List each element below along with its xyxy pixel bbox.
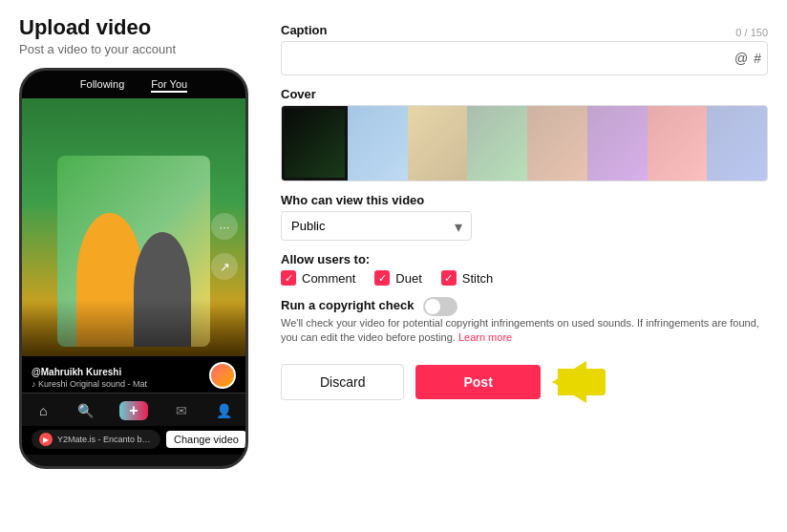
- comment-checkbox[interactable]: ✓: [281, 270, 296, 286]
- duet-checkbox-item[interactable]: ✓ Duet: [374, 270, 421, 286]
- phone-user-info: @Mahruikh Kureshi ♪ Kureshi Original sou…: [32, 362, 236, 389]
- cover-label: Cover: [281, 87, 768, 101]
- caption-header-row: Caption 0 / 150: [281, 23, 768, 41]
- phone-sound: ♪ Kureshi Original sound - Mat: [32, 379, 147, 389]
- stitch-checkbox[interactable]: ✓: [441, 270, 457, 286]
- phone-tab-following: Following: [80, 78, 124, 93]
- nav-profile: 👤: [216, 402, 233, 419]
- copyright-row: Run a copyright check: [281, 297, 768, 316]
- arrow-indicator: [552, 361, 586, 403]
- more-options-icon: ···: [211, 213, 238, 240]
- viewer-select[interactable]: Public Friends Private: [281, 211, 472, 241]
- add-icon: +: [119, 401, 148, 420]
- nav-home: ⌂: [34, 402, 52, 419]
- phone-username: @Mahruikh Kureshi: [32, 367, 147, 377]
- phone-user-details: @Mahruikh Kureshi ♪ Kureshi Original sou…: [32, 367, 147, 389]
- inbox-icon: ✉: [173, 402, 190, 419]
- comment-checkbox-item[interactable]: ✓ Comment: [281, 270, 355, 286]
- cover-thumb-1: [285, 109, 345, 178]
- nav-add: +: [119, 401, 148, 420]
- cover-frame-6[interactable]: [587, 106, 648, 181]
- left-panel: Upload video Post a video to your accoun…: [19, 15, 258, 517]
- page-title: Upload video: [19, 15, 258, 40]
- caption-input[interactable]: [287, 42, 734, 74]
- stitch-checkbox-item[interactable]: ✓ Stitch: [441, 270, 494, 286]
- phone-nav-bar: ⌂ 🔍 + ✉ 👤: [22, 393, 245, 426]
- phone-tab-bar: Following For You: [22, 71, 245, 98]
- copyright-note: We'll check your video for potential cop…: [281, 316, 768, 346]
- video-overlay: [22, 299, 245, 356]
- at-icon[interactable]: @: [734, 51, 748, 66]
- caption-input-wrapper: @ #: [281, 41, 768, 75]
- cover-strip[interactable]: [281, 105, 768, 181]
- cover-frame-3[interactable]: [408, 106, 468, 181]
- phone-tab-for-you: For You: [151, 78, 187, 93]
- source-icon: ▶: [39, 433, 53, 446]
- allow-label: Allow users to:: [281, 252, 768, 266]
- phone-right-icons: ··· ↗: [211, 213, 238, 280]
- caption-label: Caption: [281, 23, 327, 37]
- source-label: Y2Mate.is - Encanto bu...: [57, 435, 153, 444]
- caption-icons: @ #: [734, 51, 761, 66]
- post-button[interactable]: Post: [415, 365, 540, 399]
- nav-discover: 🔍: [77, 402, 95, 419]
- phone-video-area: ··· ↗: [22, 98, 245, 356]
- discover-icon: 🔍: [77, 402, 95, 419]
- caption-section: Caption 0 / 150 @ #: [281, 23, 768, 75]
- change-video-button[interactable]: Change video: [166, 431, 246, 448]
- phone-bottom-info: @Mahruikh Kureshi ♪ Kureshi Original sou…: [22, 356, 245, 393]
- learn-more-link[interactable]: Learn more: [458, 331, 512, 343]
- viewer-section: Who can view this video Public Friends P…: [281, 193, 768, 241]
- right-panel: Caption 0 / 150 @ # Cover: [281, 15, 768, 517]
- cover-frame-1[interactable]: [282, 106, 348, 181]
- cover-frame-4[interactable]: [467, 106, 527, 181]
- phone-bottom-bar: ▶ Y2Mate.is - Encanto bu... Change video: [22, 426, 245, 455]
- comment-label: Comment: [302, 271, 355, 286]
- share-icon: ↗: [211, 253, 238, 280]
- phone-preview: Following For You ··· ↗ @Mahru: [19, 68, 248, 469]
- phone-avatar: [209, 362, 236, 389]
- profile-icon: 👤: [216, 402, 233, 419]
- hash-icon[interactable]: #: [754, 51, 761, 66]
- viewer-label: Who can view this video: [281, 193, 768, 207]
- copyright-section: Run a copyright check We'll check your v…: [281, 297, 768, 346]
- cover-frame-2[interactable]: [348, 106, 408, 181]
- stitch-label: Stitch: [462, 271, 494, 286]
- caption-counter: 0 / 150: [735, 27, 768, 38]
- page-subtitle: Post a video to your account: [19, 42, 258, 56]
- cover-frame-5[interactable]: [527, 106, 587, 181]
- allow-section: Allow users to: ✓ Comment ✓ Duet ✓ Stitc…: [281, 252, 768, 286]
- toggle-knob: [425, 299, 440, 314]
- action-buttons: Discard Post: [281, 361, 768, 403]
- home-icon: ⌂: [34, 402, 52, 419]
- viewer-select-wrapper: Public Friends Private ▾: [281, 211, 472, 241]
- source-badge: ▶ Y2Mate.is - Encanto bu...: [32, 430, 160, 449]
- nav-inbox: ✉: [173, 402, 190, 419]
- allow-row: ✓ Comment ✓ Duet ✓ Stitch: [281, 270, 768, 286]
- cover-section: Cover: [281, 87, 768, 181]
- cover-frame-7[interactable]: [648, 106, 708, 181]
- copyright-label: Run a copyright check: [281, 298, 414, 312]
- discard-button[interactable]: Discard: [281, 364, 404, 400]
- cover-frame-8[interactable]: [707, 106, 767, 181]
- duet-label: Duet: [395, 271, 421, 286]
- copyright-toggle[interactable]: [423, 297, 457, 316]
- duet-checkbox[interactable]: ✓: [374, 270, 390, 286]
